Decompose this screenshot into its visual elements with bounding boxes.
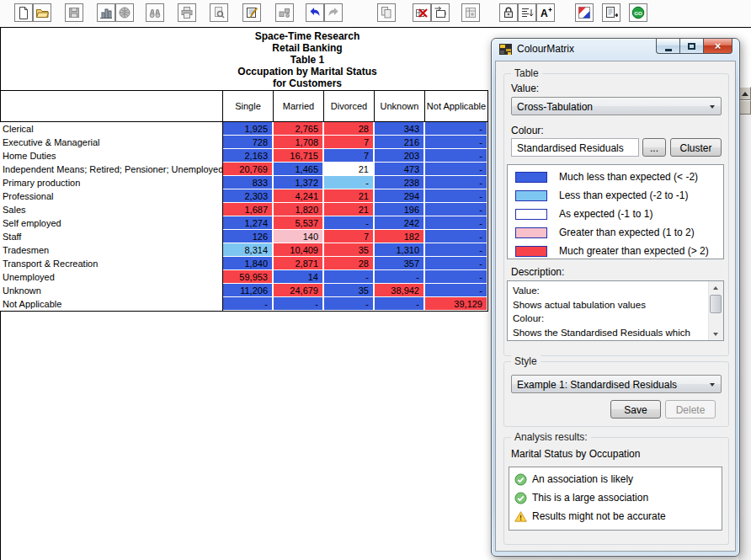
- table-cell: 2,765: [274, 122, 324, 136]
- scroll-thumb[interactable]: [710, 295, 722, 313]
- table-row: Professional2,3034,24121294-: [0, 189, 488, 203]
- table-cell: 473: [375, 163, 425, 176]
- print-button: [178, 3, 196, 22]
- close-button[interactable]: ×: [703, 39, 732, 54]
- analysis-item: Results might not be accurate: [509, 507, 722, 525]
- table-cell: 24,679: [274, 284, 324, 297]
- new-document-icon: [17, 6, 30, 19]
- table-group: Table Value: Cross-Tabulation Colour: St…: [503, 73, 729, 356]
- cross-tabulation-table: SingleMarriedDivorcedUnknownNot Applicab…: [0, 90, 489, 312]
- table-cell: -: [425, 189, 488, 203]
- table-cell: 38,942: [375, 284, 425, 297]
- legend-label: Much less than expected (< -2): [559, 171, 698, 183]
- value-combobox[interactable]: Cross-Tabulation: [511, 97, 722, 115]
- description-line: Value:: [513, 284, 706, 298]
- globe-button: [115, 3, 134, 22]
- value-label: Value:: [511, 83, 539, 94]
- triangle-down-icon: [713, 333, 718, 336]
- column-header: Divorced: [324, 90, 375, 122]
- table-row: Home Duties2,16316,7157203-: [0, 149, 488, 163]
- bar-chart-button[interactable]: [97, 3, 115, 22]
- style-combobox[interactable]: Example 1: Standardised Residuals: [511, 375, 722, 393]
- maximize-button[interactable]: [680, 39, 703, 54]
- new-document-button[interactable]: [14, 3, 33, 22]
- row-label: Unemployed: [0, 270, 223, 284]
- find-binoculars-button: [146, 3, 164, 22]
- table-cell: 2,871: [274, 257, 324, 270]
- check-icon: [514, 492, 527, 504]
- copy-icon: [380, 6, 393, 19]
- delete-table-button[interactable]: [413, 3, 431, 22]
- field-order-button[interactable]: [518, 3, 536, 22]
- table-row: Staff1261407182-: [0, 230, 488, 243]
- table-cell: 196: [375, 203, 425, 216]
- row-label: Staff: [0, 230, 223, 243]
- row-label: Sales: [0, 203, 223, 216]
- colour-input[interactable]: Standardised Residuals: [511, 138, 639, 157]
- check-icon: [514, 473, 527, 486]
- table-cell: 11,206: [223, 284, 274, 297]
- minimize-button[interactable]: [656, 39, 680, 54]
- table-row: Primary production8331,372-238-: [0, 176, 488, 189]
- go-button[interactable]: GO: [629, 3, 647, 22]
- dialog-titlebar[interactable]: ColourMatrix ×: [492, 39, 739, 61]
- table-cell: 1,465: [274, 163, 324, 176]
- scroll-down-button[interactable]: [709, 328, 722, 340]
- table-body: Clerical1,9252,76528343-Executive & Mana…: [0, 122, 488, 311]
- table-row: Unknown11,20624,6793538,942-: [0, 284, 488, 297]
- font-size-button[interactable]: A: [536, 3, 555, 22]
- scroll-up-button[interactable]: [709, 281, 722, 294]
- colour-matrix-button[interactable]: [575, 3, 594, 22]
- colourmatrix-app-icon: [499, 44, 513, 56]
- table-cell: 35: [324, 284, 375, 297]
- browse-button[interactable]: ...: [642, 138, 666, 157]
- row-label: Self employed: [0, 216, 223, 230]
- table-cell: -: [425, 243, 488, 257]
- table-cell: 1,840: [223, 257, 274, 270]
- edit-notes-icon: [245, 6, 258, 19]
- save-button[interactable]: Save: [610, 400, 661, 419]
- legend-swatch-greater: [515, 227, 547, 238]
- edit-notes-button[interactable]: [242, 3, 261, 22]
- description-line: Shows the Standardised Residuals which: [513, 326, 706, 340]
- minimize-icon: [665, 49, 672, 51]
- legend-item: Much greater than expected (> 2): [508, 242, 723, 260]
- lock-button[interactable]: [499, 3, 518, 22]
- go-icon: GO: [631, 6, 645, 19]
- table-header-row: SingleMarriedDivorcedUnknownNot Applicab…: [0, 90, 488, 122]
- table-cell: 242: [375, 216, 425, 230]
- table-cell: 7: [324, 149, 375, 163]
- table-cell: -: [425, 284, 488, 297]
- table-cell: -: [324, 176, 375, 189]
- scroll-thumb[interactable]: [738, 100, 751, 115]
- legend-item: Much less than expected (< -2): [508, 168, 723, 186]
- table-cell: -: [324, 216, 375, 230]
- legend-label: Less than expected (-2 to -1): [559, 189, 688, 201]
- cluster-button[interactable]: Cluster: [670, 138, 722, 157]
- print-preview-icon: [212, 6, 226, 19]
- open-folder-button[interactable]: [33, 3, 51, 22]
- style-selected: Example 1: Standardised Residuals: [517, 379, 677, 391]
- find-binoculars-icon: [148, 6, 162, 19]
- table-cell: -: [425, 163, 488, 176]
- scroll-up-button[interactable]: [738, 87, 751, 100]
- table-cell: 2,163: [223, 149, 274, 163]
- table-row: Clerical1,9252,76528343-: [0, 122, 488, 136]
- redo-button: [324, 3, 343, 22]
- legend-label: Much greater than expected (> 2): [559, 245, 709, 257]
- table-cell: -: [223, 297, 274, 311]
- close-icon: ×: [715, 40, 722, 52]
- triangle-up-icon: [742, 92, 748, 96]
- description-scrollbar[interactable]: [708, 281, 723, 340]
- main-vertical-scrollbar[interactable]: [738, 87, 751, 560]
- colourmatrix-dialog: ColourMatrix × Table Value: Cross-Tabula…: [491, 38, 740, 557]
- add-document-button[interactable]: [602, 3, 621, 22]
- undo-icon: [308, 6, 322, 19]
- save-button: [65, 3, 83, 22]
- chevron-down-icon: [710, 105, 715, 109]
- table-cell: 4,241: [274, 189, 324, 203]
- table-options-icon: [464, 6, 477, 19]
- transpose-table-button[interactable]: [431, 3, 450, 22]
- undo-button[interactable]: [306, 3, 324, 22]
- table-cell: -: [375, 297, 425, 311]
